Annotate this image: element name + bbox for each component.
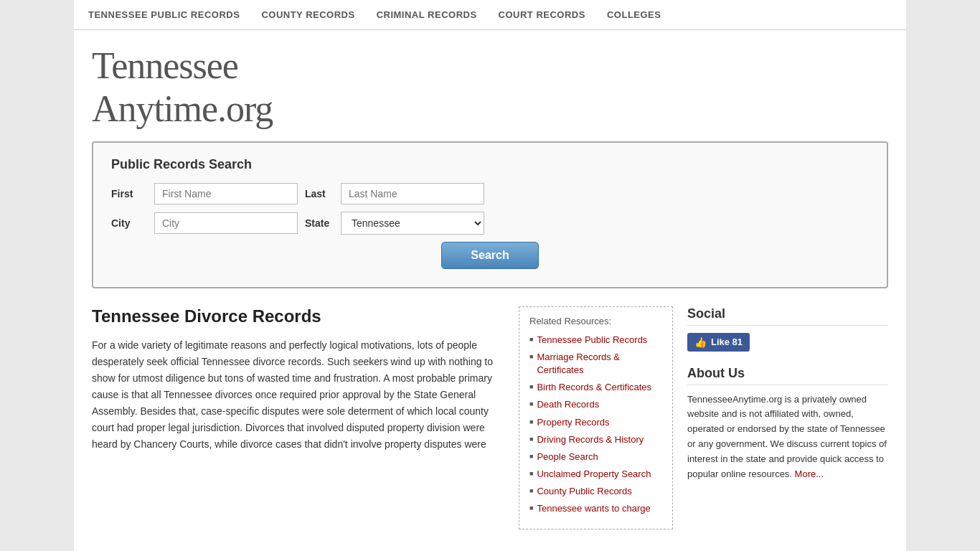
- related-link[interactable]: Driving Records & History: [537, 433, 644, 446]
- logo-area: Tennessee Anytime.org: [74, 30, 906, 141]
- nav-item: COUNTY RECORDS: [261, 9, 354, 21]
- nav-link[interactable]: COURT RECORDS: [499, 9, 585, 20]
- related-link-item: Tennessee Public Records: [529, 334, 662, 347]
- related-resources: Related Resources: Tennessee Public Reco…: [519, 306, 673, 529]
- main-content: Tennessee Divorce Records For a wide var…: [74, 306, 906, 551]
- logo-line1: Tennessee: [92, 45, 238, 86]
- last-label: Last: [305, 188, 334, 199]
- related-link-item: People Search: [529, 451, 662, 463]
- last-field-group: Last: [305, 183, 484, 204]
- search-row-location: City State Tennessee: [111, 212, 869, 235]
- related-link[interactable]: People Search: [537, 451, 598, 463]
- first-label: First: [111, 188, 147, 199]
- nav-item: TENNESSEE PUBLIC RECORDS: [88, 9, 240, 21]
- related-link-item: Birth Records & Certificates: [529, 381, 662, 394]
- last-name-input[interactable]: [341, 183, 484, 204]
- top-navigation: TENNESSEE PUBLIC RECORDSCOUNTY RECORDSCR…: [74, 0, 906, 30]
- state-field-group: State Tennessee: [305, 212, 484, 235]
- related-link-item: Marriage Records & Certificates: [529, 351, 662, 377]
- thumbs-up-icon: 👍: [694, 336, 707, 348]
- about-text: TennesseeAnytime.org is a privately owne…: [687, 392, 888, 482]
- related-link[interactable]: Tennessee wants to charge: [537, 502, 650, 515]
- social-section: Social 👍 Like 81: [687, 306, 888, 352]
- site-logo[interactable]: Tennessee Anytime.org: [92, 44, 888, 131]
- about-text-content: TennesseeAnytime.org is a privately owne…: [687, 394, 887, 479]
- nav-link[interactable]: COLLEGES: [607, 9, 661, 20]
- related-link-item: Driving Records & History: [529, 433, 662, 446]
- related-title: Related Resources:: [529, 316, 662, 326]
- search-row-name: First Last: [111, 183, 869, 204]
- related-link[interactable]: County Public Records: [537, 485, 631, 498]
- nav-item: COLLEGES: [607, 9, 661, 21]
- search-btn-row: Search: [111, 242, 869, 269]
- nav-list: TENNESSEE PUBLIC RECORDSCOUNTY RECORDSCR…: [88, 9, 892, 21]
- search-form: Public Records Search First Last City St…: [92, 141, 888, 288]
- nav-link[interactable]: COUNTY RECORDS: [261, 9, 354, 20]
- related-link-item: County Public Records: [529, 485, 662, 498]
- related-box: Related Resources: Tennessee Public Reco…: [519, 306, 673, 529]
- related-link[interactable]: Death Records: [537, 398, 599, 411]
- about-heading: About Us: [687, 366, 888, 385]
- logo-line2: Anytime.org: [92, 88, 273, 129]
- first-name-input[interactable]: [154, 183, 298, 204]
- related-link[interactable]: Property Records: [537, 416, 609, 429]
- right-sidebar: Social 👍 Like 81 About Us TennesseeAnyti…: [687, 306, 888, 529]
- article-heading: Tennessee Divorce Records: [92, 306, 504, 326]
- social-heading: Social: [687, 306, 888, 326]
- nav-link[interactable]: CRIMINAL RECORDS: [377, 9, 477, 20]
- article-content: Tennessee Divorce Records For a wide var…: [92, 306, 504, 529]
- more-link[interactable]: More...: [795, 468, 824, 479]
- facebook-like-button[interactable]: 👍 Like 81: [687, 333, 750, 352]
- related-link-item: Death Records: [529, 398, 662, 411]
- related-links-list: Tennessee Public RecordsMarriage Records…: [529, 334, 662, 516]
- nav-link[interactable]: TENNESSEE PUBLIC RECORDS: [88, 9, 240, 20]
- state-label: State: [305, 217, 334, 229]
- related-link[interactable]: Birth Records & Certificates: [537, 381, 651, 394]
- related-link-item: Unclaimed Property Search: [529, 468, 662, 481]
- nav-item: COURT RECORDS: [499, 9, 585, 21]
- related-link-item: Property Records: [529, 416, 662, 429]
- article-body: For a wide variety of legitimate reasons…: [92, 337, 504, 453]
- related-link[interactable]: Tennessee Public Records: [537, 334, 647, 347]
- nav-item: CRIMINAL RECORDS: [377, 9, 477, 21]
- about-section: About Us TennesseeAnytime.org is a priva…: [687, 366, 888, 482]
- search-title: Public Records Search: [111, 157, 869, 172]
- state-select[interactable]: Tennessee: [341, 212, 484, 235]
- city-input[interactable]: [154, 212, 298, 234]
- search-button[interactable]: Search: [441, 242, 538, 269]
- related-link[interactable]: Unclaimed Property Search: [537, 468, 651, 481]
- related-link-item: Tennessee wants to charge: [529, 502, 662, 515]
- fb-like-label: Like 81: [711, 336, 743, 347]
- related-link[interactable]: Marriage Records & Certificates: [537, 351, 662, 377]
- city-label: City: [111, 217, 147, 229]
